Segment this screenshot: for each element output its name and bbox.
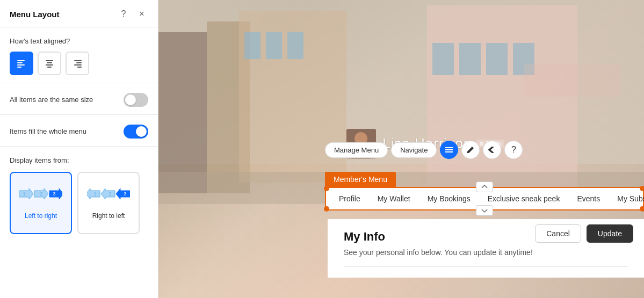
nav-item-profile[interactable]: Profile [330, 188, 369, 209]
svg-rect-43 [445, 151, 453, 152]
text-align-label: How's text aligned? [10, 37, 148, 45]
display-from-section: Display items from: 1 2 3 [0, 147, 158, 244]
svg-marker-20 [101, 188, 115, 199]
svg-marker-16 [49, 188, 62, 199]
svg-rect-34 [486, 43, 508, 75]
member-menu-section: Member's Menu Profile My Wallet My Booki… [325, 172, 644, 210]
svg-text:2: 2 [40, 191, 42, 197]
resize-handle-bottom[interactable] [476, 205, 493, 216]
svg-rect-4 [46, 60, 53, 61]
svg-marker-12 [19, 188, 33, 199]
panel-header-icons: ? × [117, 8, 148, 20]
ltr-label: Left to right [25, 212, 57, 220]
info-divider [344, 266, 628, 267]
resize-handle-top[interactable] [476, 181, 493, 192]
svg-rect-11 [77, 67, 82, 68]
rtl-arrows: 3 2 1 [87, 186, 130, 208]
align-left-button[interactable] [10, 52, 33, 75]
svg-rect-5 [47, 62, 52, 63]
svg-rect-1 [17, 62, 23, 63]
direction-cards: 1 2 3 Left to right [10, 172, 148, 234]
display-from-label: Display items from: [10, 156, 148, 164]
svg-rect-33 [459, 43, 481, 75]
member-menu-label: Member's Menu [325, 172, 396, 187]
svg-rect-8 [74, 60, 82, 61]
svg-rect-41 [445, 147, 453, 148]
align-right-button[interactable] [66, 52, 89, 75]
text-align-section: How's text aligned? [0, 27, 158, 83]
help-icon-button[interactable]: ? [504, 141, 523, 159]
svg-rect-7 [47, 67, 52, 68]
menu-layout-panel: Menu Layout ? × How's text aligned? [0, 0, 158, 298]
background-image: Lisa Harrison ⚙ Admin Manage Menu Naviga… [158, 0, 644, 298]
help-button[interactable]: ? [117, 8, 130, 20]
corner-handle-tl[interactable] [324, 186, 329, 191]
nav-item-subscriptions[interactable]: My Subscriptions [609, 188, 644, 209]
svg-rect-29 [266, 32, 282, 59]
right-preview-area: Lisa Harrison ⚙ Admin Manage Menu Naviga… [158, 0, 644, 298]
fill-menu-thumb [136, 126, 147, 137]
panel-title: Menu Layout [10, 10, 60, 19]
toolbar-overlay: Manage Menu Navigate [325, 141, 523, 159]
svg-rect-37 [524, 64, 620, 97]
fill-menu-track[interactable] [124, 125, 148, 139]
align-buttons [10, 52, 148, 75]
svg-text:3: 3 [53, 191, 55, 197]
corner-handle-tr[interactable] [640, 186, 644, 191]
back-icon-button[interactable] [483, 141, 501, 159]
same-size-row: All items are the same size [10, 93, 148, 107]
rtl-label: Right to left [92, 212, 125, 220]
fill-menu-section: Items fill the whole menu [0, 115, 158, 147]
corner-handle-bl[interactable] [324, 206, 329, 212]
corner-handle-br[interactable] [640, 206, 644, 212]
my-info-subtitle: See your personal info below. You can up… [344, 248, 628, 257]
panel-header: Menu Layout ? × [0, 0, 158, 27]
manage-menu-button[interactable]: Manage Menu [325, 142, 388, 158]
svg-rect-0 [17, 60, 25, 61]
svg-rect-9 [76, 62, 82, 63]
svg-rect-25 [158, 32, 207, 193]
svg-rect-28 [244, 32, 261, 59]
svg-rect-32 [432, 43, 454, 75]
svg-text:3: 3 [124, 191, 126, 197]
edit-icon-button[interactable] [461, 141, 480, 159]
same-size-thumb [125, 95, 136, 105]
close-button[interactable]: × [135, 8, 148, 20]
info-buttons: Cancel Update [535, 224, 633, 243]
svg-rect-3 [17, 67, 21, 68]
svg-rect-2 [17, 64, 25, 66]
same-size-track[interactable] [124, 93, 148, 107]
rtl-card[interactable]: 3 2 1 Right to left [77, 172, 140, 234]
nav-item-wallet[interactable]: My Wallet [369, 188, 419, 209]
svg-rect-30 [287, 32, 303, 59]
same-size-section: All items are the same size [0, 83, 158, 115]
svg-rect-42 [445, 149, 453, 150]
navigate-button[interactable]: Navigate [391, 142, 437, 158]
cancel-button[interactable]: Cancel [535, 224, 581, 243]
update-button[interactable]: Update [587, 224, 633, 243]
same-size-label: All items are the same size [10, 95, 93, 105]
same-size-toggle[interactable] [124, 93, 148, 107]
align-center-button[interactable] [38, 52, 61, 75]
svg-marker-18 [116, 188, 130, 199]
svg-rect-10 [74, 64, 82, 66]
menu-layout-icon-button[interactable] [440, 141, 458, 159]
member-nav-bar: Profile My Wallet My Bookings Exclusive … [325, 187, 644, 210]
svg-text:2: 2 [108, 191, 111, 197]
svg-rect-6 [46, 64, 53, 66]
fill-menu-label: Items fill the whole menu [10, 127, 86, 136]
nav-item-events[interactable]: Events [568, 188, 609, 209]
svg-text:1: 1 [23, 191, 25, 197]
fill-menu-toggle[interactable] [124, 125, 148, 139]
svg-text:1: 1 [93, 191, 96, 197]
nav-item-bookings[interactable]: My Bookings [419, 188, 479, 209]
ltr-arrows: 1 2 3 [19, 186, 62, 208]
ltr-card[interactable]: 1 2 3 Left to right [10, 172, 72, 234]
help-icon: ? [511, 145, 516, 155]
fill-menu-row: Items fill the whole menu [10, 125, 148, 139]
